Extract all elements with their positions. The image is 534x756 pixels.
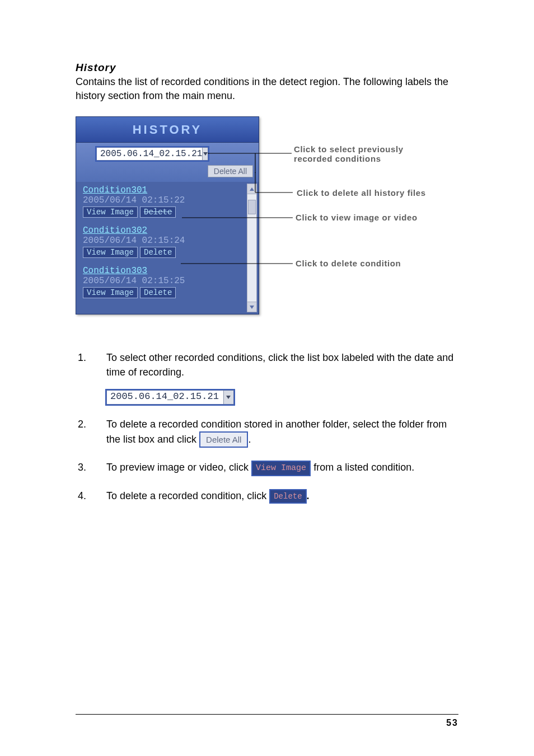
view-image-button[interactable]: View Image xyxy=(83,206,138,218)
condition-link[interactable]: Condition302 xyxy=(83,226,245,236)
condition-timestamp: 2005/06/14 02:15:22 xyxy=(83,195,245,205)
history-select[interactable]: 2005.06.14_02.15.21 xyxy=(96,147,208,161)
step-1-text: To select other recorded conditions, cli… xyxy=(106,352,453,378)
history-select-value: 2005.06.14_02.15.21 xyxy=(100,149,202,159)
step-4-text-a: To delete a recorded condition, click xyxy=(106,490,269,501)
delete-all-inline-button[interactable]: Delete All xyxy=(199,431,248,448)
instructions-list: To select other recorded conditions, cli… xyxy=(76,350,458,504)
view-image-inline-button[interactable]: View Image xyxy=(251,461,311,476)
history-panel-title: HISTORY xyxy=(76,117,259,143)
dropdown-arrow-icon[interactable] xyxy=(223,391,233,404)
condition-link[interactable]: Condition303 xyxy=(83,266,245,276)
step-2-text-b: . xyxy=(248,433,251,444)
callout-delete: Click to delete condition xyxy=(296,259,401,268)
delete-button[interactable]: Delete xyxy=(140,287,176,298)
inline-select-value: 2005.06.14_02.15.21 xyxy=(110,390,219,404)
page-number: 53 xyxy=(446,718,458,727)
list-item: To preview image or video, click View Im… xyxy=(76,460,458,476)
callout-delete-all: Click to delete all history files xyxy=(297,188,426,198)
callout-select: Click to select previously recorded cond… xyxy=(294,144,439,163)
delete-inline-button[interactable]: Delete xyxy=(269,489,306,504)
view-image-button[interactable]: View Image xyxy=(83,247,138,258)
inline-select-example[interactable]: 2005.06.14_02.15.21 xyxy=(106,390,234,405)
scrollbar[interactable] xyxy=(247,184,257,312)
list-item: To select other recorded conditions, cli… xyxy=(76,350,458,404)
scroll-thumb[interactable] xyxy=(248,200,256,214)
history-panel: HISTORY 2005.06.14_02.15.21 Delete All C… xyxy=(76,116,259,314)
history-item: Condition301 2005/06/14 02:15:22 View Im… xyxy=(83,185,245,218)
step-3-text-b: from a listed condition. xyxy=(313,462,414,473)
history-diagram: HISTORY 2005.06.14_02.15.21 Delete All C… xyxy=(76,116,458,335)
list-item: To delete a recorded condition, click De… xyxy=(76,489,458,504)
condition-link[interactable]: Condition301 xyxy=(83,185,245,195)
condition-timestamp: 2005/06/14 02:15:24 xyxy=(83,236,245,246)
dropdown-arrow-icon[interactable] xyxy=(202,148,208,160)
history-item: Condition303 2005/06/14 02:15:25 View Im… xyxy=(83,266,245,298)
history-item: Condition302 2005/06/14 02:15:24 View Im… xyxy=(83,226,245,258)
connector-line xyxy=(242,172,293,195)
scroll-down-icon[interactable] xyxy=(247,302,256,312)
history-list: Condition301 2005/06/14 02:15:22 View Im… xyxy=(76,182,259,314)
callout-view: Click to view image or video xyxy=(296,213,418,222)
list-item: To delete a recorded condition stored in… xyxy=(76,417,458,448)
step-4-text-b: . xyxy=(307,490,310,501)
section-heading: History xyxy=(76,62,458,74)
step-3-text-a: To preview image or video, click xyxy=(106,462,251,473)
step-2-text-a: To delete a recorded condition stored in… xyxy=(106,419,447,445)
connector-line xyxy=(208,153,292,170)
condition-timestamp: 2005/06/14 02:15:25 xyxy=(83,276,245,286)
scroll-track[interactable] xyxy=(247,194,256,302)
delete-button[interactable]: Delete xyxy=(140,247,176,258)
connector-line xyxy=(182,217,293,218)
view-image-button[interactable]: View Image xyxy=(83,287,138,298)
delete-button[interactable]: Delete xyxy=(140,206,176,218)
connector-line xyxy=(181,263,293,264)
intro-text: Contains the list of recorded conditions… xyxy=(76,75,458,103)
page-footer: 53 xyxy=(76,714,458,728)
